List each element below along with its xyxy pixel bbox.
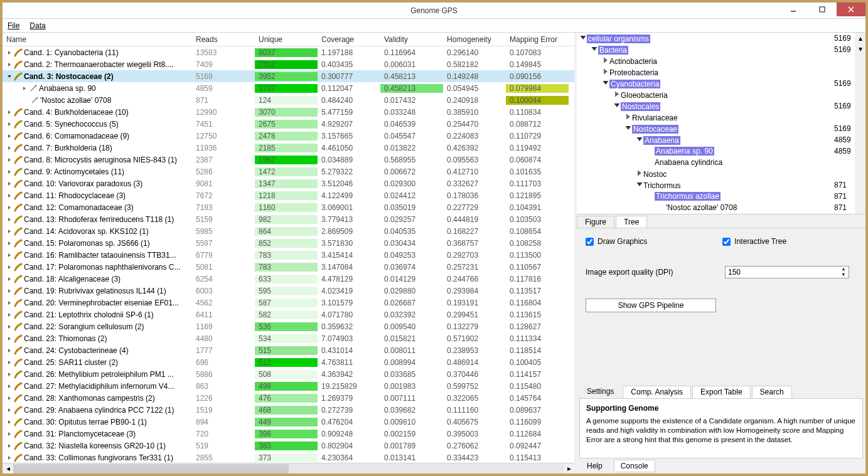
dpi-down-icon[interactable]: ▼ xyxy=(839,272,849,278)
close-button[interactable] xyxy=(837,3,865,16)
draw-graphics-checkbox[interactable]: Draw Graphics xyxy=(586,237,647,246)
interactive-tree-checkbox[interactable]: Interactive Tree xyxy=(722,237,786,246)
expand-icon[interactable] xyxy=(636,214,643,215)
table-row[interactable]: Cand. 14: Acidovorax sp. KKS102 (1)59858… xyxy=(3,225,574,237)
expand-icon[interactable] xyxy=(21,85,28,92)
table-row[interactable]: Cand. 2: Thermoanaerobacter wiegelii Rt8… xyxy=(3,58,574,70)
expand-icon[interactable] xyxy=(602,56,609,64)
expand-icon[interactable] xyxy=(6,264,13,270)
table-row[interactable]: Cand. 8: Microcystis aeruginosa NIES-843… xyxy=(3,154,574,166)
tree-node[interactable]: cellular organisms5169 xyxy=(577,33,865,44)
tree-node[interactable]: Rivulariaceae xyxy=(577,112,865,123)
tree-node[interactable]: Anabaena cylindrica xyxy=(577,157,865,168)
table-row[interactable]: Cand. 11: Rhodocyclaceae (3)767212184.12… xyxy=(3,189,574,201)
tree-node[interactable]: Trichormus azollae871 xyxy=(577,191,865,202)
table-row[interactable]: Cand. 9: Actinomycetales (11)528614725.2… xyxy=(3,166,574,177)
collapse-icon[interactable] xyxy=(636,135,643,143)
expand-icon[interactable] xyxy=(6,407,13,413)
table-row[interactable]: Cand. 23: Thiomonas (2)44805347.0749030.… xyxy=(3,332,574,344)
table-row[interactable]: Cand. 22: Sorangium cellulosum (2)116953… xyxy=(3,320,574,332)
table-row[interactable]: Cand. 13: Rhodoferax ferrireducens T118 … xyxy=(3,213,574,225)
col-mapping-error[interactable]: Mapping Error xyxy=(506,34,569,45)
dpi-input[interactable]: ▲▼ xyxy=(725,266,849,278)
expand-icon[interactable] xyxy=(6,181,13,187)
table-row[interactable]: Cand. 24: Cystobacterineae (4)17775150.4… xyxy=(3,344,574,356)
tab-tree[interactable]: Tree xyxy=(616,216,647,228)
tree-node[interactable]: Cyanobacteria5169 xyxy=(577,78,865,89)
collapse-icon[interactable] xyxy=(602,79,609,87)
tab-export-table[interactable]: Export Table xyxy=(692,386,751,398)
expand-icon[interactable] xyxy=(613,90,621,98)
expand-icon[interactable] xyxy=(6,61,13,68)
dpi-up-icon[interactable]: ▲ xyxy=(839,267,849,272)
expand-icon[interactable] xyxy=(6,431,13,437)
tree-node[interactable]: Bacteria5169 xyxy=(577,44,865,55)
expand-icon[interactable] xyxy=(6,121,13,127)
table-row[interactable]: 'Nostoc azollae' 07088711240.4842400.017… xyxy=(3,94,574,106)
tab-figure[interactable]: Figure xyxy=(577,216,614,228)
expand-icon[interactable] xyxy=(6,276,13,282)
collapse-icon[interactable] xyxy=(624,124,632,132)
table-row[interactable]: Cand. 6: Comamonadaceae (9)1275024783.15… xyxy=(3,130,574,142)
expand-icon[interactable] xyxy=(6,216,13,223)
table-row[interactable]: Cand. 15: Polaromonas sp. JS666 (1)55978… xyxy=(3,237,574,249)
maximize-button[interactable] xyxy=(808,3,837,16)
collapse-icon[interactable] xyxy=(613,102,621,109)
table-row[interactable]: Cand. 30: Opitutus terrae PB90-1 (1)8944… xyxy=(3,416,574,428)
tree-node[interactable]: 'Nostoc azollae' 0708871 xyxy=(577,202,865,213)
table-row[interactable]: Cand. 18: Alcaligenaceae (3)62546334.478… xyxy=(3,273,574,285)
collapse-icon[interactable] xyxy=(579,34,587,41)
table-row[interactable]: Cand. 5: Synechococcus (5)745126754.9292… xyxy=(3,118,574,130)
scroll-up-icon[interactable]: ▴ xyxy=(855,33,865,43)
table-row[interactable]: Cand. 32: Niastella koreensis GR20-10 (1… xyxy=(3,440,574,452)
table-row[interactable]: Cand. 3: Nostocaceae (2)516939520.300777… xyxy=(3,70,574,82)
expand-icon[interactable] xyxy=(624,113,632,120)
vertical-scrollbar[interactable]: ▴ ▾ xyxy=(855,33,865,214)
table-row[interactable]: Cand. 20: Verminephrobacter eiseniae EF0… xyxy=(3,297,574,309)
expand-icon[interactable] xyxy=(6,169,13,175)
collapse-icon[interactable] xyxy=(636,181,643,188)
tree-node[interactable]: Anabaena sp. 904859 xyxy=(577,145,865,157)
horizontal-scrollbar[interactable]: ◂ ▸ xyxy=(3,463,574,473)
expand-icon[interactable] xyxy=(6,395,13,401)
table-row[interactable]: Anabaena sp. 90485937370.1120470.4582130… xyxy=(3,82,574,94)
table-row[interactable]: Cand. 25: SAR11 cluster (2)6965124.76381… xyxy=(3,356,574,368)
expand-icon[interactable] xyxy=(6,252,13,258)
expand-icon[interactable] xyxy=(6,50,13,56)
table-row[interactable]: Cand. 28: Xanthomonas campestris (2)1226… xyxy=(3,392,574,404)
help-button[interactable]: Help xyxy=(581,460,609,472)
expand-icon[interactable] xyxy=(6,443,13,449)
tab-search[interactable]: Search xyxy=(752,386,792,398)
tab-settings[interactable]: Settings xyxy=(579,386,621,398)
expand-icon[interactable] xyxy=(6,157,13,163)
expand-icon[interactable] xyxy=(6,312,13,318)
table-row[interactable]: Cand. 10: Variovorax paradoxus (3)908113… xyxy=(3,177,574,189)
expand-icon[interactable] xyxy=(6,228,13,235)
table-row[interactable]: Cand. 7: Burkholderia (18)1193621854.461… xyxy=(3,142,574,154)
expand-icon[interactable] xyxy=(6,240,13,246)
expand-icon[interactable] xyxy=(6,455,13,461)
table-row[interactable]: Cand. 31: Planctomycetaceae (3)7203960.9… xyxy=(3,428,574,440)
table-row[interactable]: Cand. 1: Cyanobacteria (11)1358380371.19… xyxy=(3,46,574,58)
table-row[interactable]: Cand. 19: Rubrivivax gelatinosus IL144 (… xyxy=(3,285,574,297)
scroll-right-icon[interactable]: ▸ xyxy=(564,463,574,474)
table-row[interactable]: Cand. 4: Burkholderiaceae (10)1299030705… xyxy=(3,106,574,118)
expand-icon[interactable] xyxy=(636,169,643,177)
table-row[interactable]: Cand. 21: Leptothrix cholodnii SP-6 (1)6… xyxy=(3,309,574,320)
table-row[interactable]: Cand. 12: Comamonadaceae (3)719311603.06… xyxy=(3,201,574,213)
collapse-icon[interactable] xyxy=(6,73,13,80)
table-row[interactable]: Cand. 29: Anabaena cylindrica PCC 7122 (… xyxy=(3,404,574,416)
col-validity[interactable]: Validity xyxy=(380,34,443,45)
expand-icon[interactable] xyxy=(6,133,13,139)
console-button[interactable]: Console xyxy=(614,460,655,472)
expand-icon[interactable] xyxy=(6,419,13,425)
col-coverage[interactable]: Coverage xyxy=(318,34,380,45)
col-reads[interactable]: Reads xyxy=(192,34,255,45)
expand-icon[interactable] xyxy=(6,193,13,199)
expand-icon[interactable] xyxy=(6,383,13,389)
tree-node[interactable]: Trichormus871 xyxy=(577,179,865,191)
tree-node[interactable]: Anabaena4859 xyxy=(577,134,865,145)
expand-icon[interactable] xyxy=(6,204,13,211)
table-row[interactable]: Cand. 26: Methylibium petroleiphilum PM1… xyxy=(3,368,574,380)
expand-icon[interactable] xyxy=(6,347,13,354)
